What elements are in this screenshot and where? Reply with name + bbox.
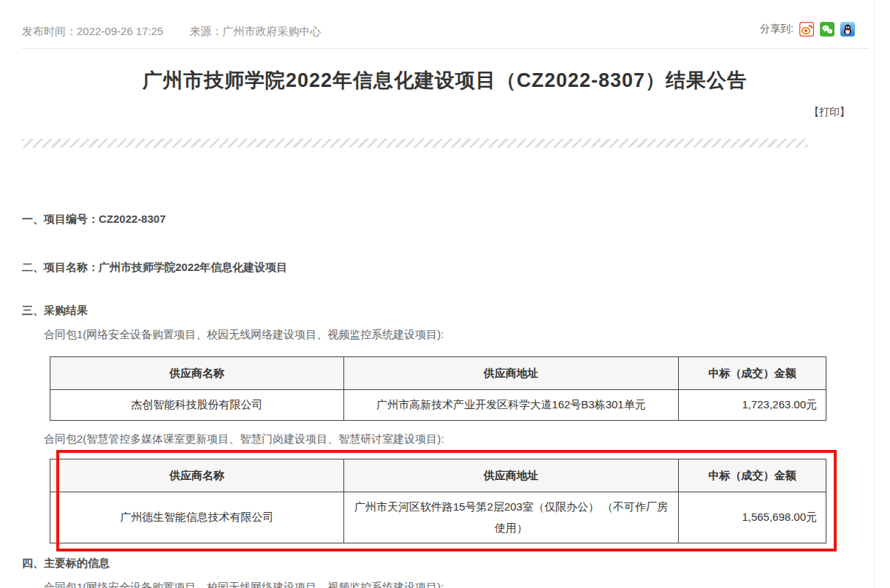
package1-label: 合同包1(网络安全设备购置项目、校园无线网络建设项目、视频监控系统建设项目): — [44, 328, 444, 342]
header-divider — [22, 48, 870, 49]
column-header-supplier-address: 供应商地址 — [344, 459, 679, 492]
supplier-address-cell: 广州市天河区软件路15号第2层203室（仅限办公） （不可作厂房使用） — [344, 492, 679, 543]
publish-time-label: 发布时间： — [22, 25, 77, 37]
table-row: 杰创智能科技股份有限公司 广州市高新技术产业开发区科学大道162号B3栋301单… — [50, 390, 826, 421]
print-button[interactable]: 【打印】 — [809, 106, 850, 119]
table-header-row: 供应商名称 供应商地址 中标（成交）金额 — [50, 459, 826, 492]
share-group: 分享到: — [760, 22, 855, 37]
source-value: 广州市政府采购中心 — [222, 25, 321, 37]
qq-icon[interactable] — [840, 22, 855, 37]
award-amount-cell: 1,565,698.00元 — [679, 492, 826, 543]
award-amount-cell: 1,723,263.00元 — [679, 390, 826, 421]
publish-time: 发布时间：2022-09-26 17:25 — [22, 25, 163, 39]
hatched-divider — [22, 139, 807, 148]
supplier-address-cell: 广州市高新技术产业开发区科学大道162号B3栋301单元 — [344, 390, 679, 421]
section-main-subject-info: 四、主要标的信息 — [22, 557, 110, 570]
column-header-supplier-name: 供应商名称 — [50, 357, 344, 390]
page-title: 广州市技师学院2022年信息化建设项目（CZ2022-8307）结果公告 — [0, 67, 890, 93]
column-header-supplier-address: 供应商地址 — [344, 357, 679, 390]
section-procurement-result: 三、采购结果 — [22, 304, 88, 318]
announcement-page: 发布时间：2022-09-26 17:25 来源：广州市政府采购中心 分享到: — [0, 0, 890, 588]
package1-result-table: 供应商名称 供应商地址 中标（成交）金额 杰创智能科技股份有限公司 广州市高新技… — [50, 356, 826, 421]
table-header-row: 供应商名称 供应商地址 中标（成交）金额 — [50, 357, 826, 390]
meta-row: 发布时间：2022-09-26 17:25 来源：广州市政府采购中心 — [22, 25, 321, 39]
clipped-package-label: 合同包1(网络安全设备购置项目、校园无线网络建设项目、视频监控系统建设项目): — [44, 581, 444, 588]
package2-result-table: 供应商名称 供应商地址 中标（成交）金额 广州德生智能信息技术有限公司 广州市天… — [50, 459, 826, 543]
column-header-supplier-name: 供应商名称 — [50, 459, 344, 492]
wechat-icon[interactable] — [820, 22, 834, 37]
publish-time-value: 2022-09-26 17:25 — [77, 25, 163, 37]
section-project-name: 二、项目名称：广州市技师学院2022年信息化建设项目 — [22, 261, 287, 275]
column-header-award-amount: 中标（成交）金额 — [679, 459, 826, 492]
column-header-award-amount: 中标（成交）金额 — [679, 357, 826, 390]
supplier-name-cell: 杰创智能科技股份有限公司 — [50, 390, 344, 421]
source: 来源：广州市政府采购中心 — [189, 25, 321, 39]
section-project-number: 一、项目编号：CZ2022-8307 — [22, 213, 166, 226]
source-label: 来源： — [189, 25, 222, 37]
package2-label: 合同包2(智慧管控多媒体课室更新项目、智慧门岗建设项目、智慧研讨室建设项目): — [44, 432, 444, 446]
weibo-icon[interactable] — [799, 22, 814, 37]
supplier-name-cell: 广州德生智能信息技术有限公司 — [50, 492, 344, 543]
table-row: 广州德生智能信息技术有限公司 广州市天河区软件路15号第2层203室（仅限办公）… — [50, 492, 826, 543]
share-label: 分享到: — [760, 23, 794, 36]
